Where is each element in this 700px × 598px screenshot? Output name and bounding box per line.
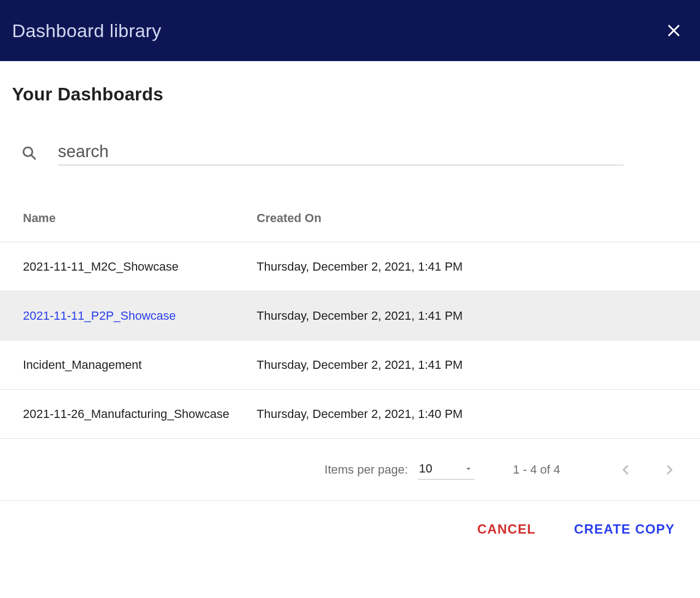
dashboard-name: Incident_Management [23,358,257,372]
column-header-name[interactable]: Name [23,211,257,225]
chevron-right-icon [663,463,676,476]
svg-line-3 [32,156,35,159]
dropdown-icon [464,464,473,474]
table-row[interactable]: 2021-11-11_M2C_ShowcaseThursday, Decembe… [0,242,700,291]
section-title: Your Dashboards [0,61,700,105]
next-page-button[interactable] [657,458,681,482]
dashboard-name: 2021-11-11_P2P_Showcase [23,309,257,323]
search-icon [21,145,37,161]
svg-point-2 [23,147,32,156]
items-per-page-label: Items per page: [324,463,408,477]
dialog-footer: CANCEL CREATE COPY [0,501,700,537]
dashboard-created-on: Thursday, December 2, 2021, 1:41 PM [257,309,462,323]
page-size-value: 10 [419,462,432,476]
dashboards-table: Name Created On 2021-11-11_M2C_ShowcaseT… [0,211,700,439]
create-copy-button[interactable]: CREATE COPY [574,522,675,537]
previous-page-button[interactable] [614,458,638,482]
dashboard-name: 2021-11-11_M2C_Showcase [23,260,257,274]
page-size-select[interactable]: 10 [418,459,474,480]
dialog-title: Dashboard library [12,20,161,41]
table-row[interactable]: 2021-11-26_Manufacturing_ShowcaseThursda… [0,390,700,439]
search-wrap [21,140,700,165]
table-header: Name Created On [0,211,700,242]
dashboard-name: 2021-11-26_Manufacturing_Showcase [23,407,257,421]
table-row[interactable]: 2021-11-11_P2P_ShowcaseThursday, Decembe… [0,291,700,340]
dialog-header: Dashboard library [0,0,700,61]
chevron-left-icon [619,463,632,476]
dashboard-created-on: Thursday, December 2, 2021, 1:41 PM [257,260,462,274]
cancel-button[interactable]: CANCEL [477,522,536,537]
close-button[interactable] [664,21,684,40]
dashboard-created-on: Thursday, December 2, 2021, 1:41 PM [257,358,462,372]
paginator: Items per page: 10 1 - 4 of 4 [0,439,700,501]
dashboard-created-on: Thursday, December 2, 2021, 1:40 PM [257,407,462,421]
column-header-created-on[interactable]: Created On [257,211,322,225]
range-label: 1 - 4 of 4 [513,463,560,477]
search-input[interactable] [58,140,624,165]
table-row[interactable]: Incident_ManagementThursday, December 2,… [0,340,700,390]
close-icon [666,22,682,39]
